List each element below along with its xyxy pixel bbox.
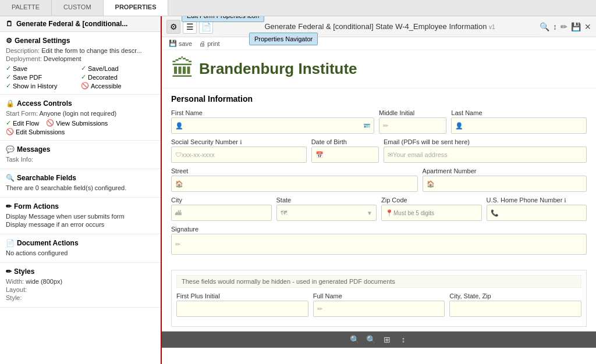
zoom-in-icon[interactable]: 🔍: [349, 335, 360, 344]
access-items: ✓Edit Flow 🚫View Submissions: [6, 119, 155, 127]
edit-form-props-icon[interactable]: ⚙: [166, 20, 180, 34]
city-state-zip-input[interactable]: [449, 301, 581, 317]
check-items-grid: ✓Save ✓Save/Load ✓Save PDF ✓Decorated ✓S…: [6, 65, 155, 90]
description-row: Description: Edit the form to change thi…: [6, 47, 155, 54]
zoom-out-icon[interactable]: 🔍: [365, 335, 377, 344]
signature-field: Signature ✏: [171, 226, 587, 255]
print-button[interactable]: 🖨 print: [199, 40, 219, 47]
phone-info-icon[interactable]: ℹ: [564, 197, 566, 204]
section-title: Personal Information: [171, 94, 587, 104]
phone-field: U.S. Home Phone Number ℹ 📞: [487, 197, 587, 221]
ssn-info-icon[interactable]: ℹ: [240, 139, 242, 145]
zip-label: Zip Code: [381, 197, 482, 204]
logo-text: Brandenburg Institute: [199, 60, 357, 78]
street-field: Street 🏠: [171, 167, 418, 192]
dob-input[interactable]: 📅: [311, 147, 379, 163]
full-name-label: Full Name: [313, 292, 445, 299]
section-styles: ✏ Styles Width: wide (800px) Layout: Sty…: [0, 263, 161, 308]
edit-form-props-label: Edit Form Properties icon: [182, 16, 264, 22]
messages-title: 💬 Messages: [6, 145, 155, 154]
close-icon[interactable]: ✕: [584, 22, 591, 31]
grid-icon[interactable]: ⊞: [381, 335, 393, 344]
street-input[interactable]: 🏠: [171, 176, 418, 192]
edit-icon-mi: ✏: [383, 122, 388, 130]
last-name-label: Last Name: [451, 109, 587, 116]
person-icon-ln: 👤: [455, 122, 463, 130]
first-name-field: First Name 👤 🪪: [171, 109, 374, 134]
apartment-field: Apartment Number 🏠: [423, 167, 587, 192]
ssn-input[interactable]: 🛡 xxx-xx-xxxx: [171, 147, 307, 163]
fit-icon[interactable]: ↕: [398, 335, 409, 344]
zip-input[interactable]: 📍 Must be 5 digits: [381, 205, 482, 221]
person-icon: 👤: [175, 122, 183, 130]
city-label: City: [171, 197, 272, 204]
section-messages: 💬 Messages Task Info:: [0, 141, 161, 169]
toolbar-left: ⚙ ☰ 📄 Edit Form Properties icon Properti…: [166, 20, 220, 34]
start-form-row: Start Form: Anyone (login not required): [6, 110, 155, 117]
check-decorated: ✓Decorated: [81, 73, 155, 81]
first-plus-initial-field: First Plus Initial: [176, 292, 308, 317]
signature-icon: ✏: [175, 241, 180, 248]
form-header: 🏛 Brandenburg Institute: [162, 50, 596, 88]
search-right-icon[interactable]: 🔍: [540, 22, 549, 31]
deployment-row: Deployment: Development: [6, 55, 155, 62]
last-name-input[interactable]: 👤: [451, 117, 587, 134]
check-edit-flow: ✓Edit Flow: [6, 119, 39, 127]
signature-label: Signature: [171, 226, 587, 233]
save-btn-icon: 💾: [169, 40, 177, 47]
doc-icon: 📄: [6, 239, 15, 247]
bottom-toolbar: 🔍 🔍 ⊞ ↕: [162, 331, 596, 348]
state-input[interactable]: 🗺 ▼: [276, 205, 377, 221]
street-label: Street: [171, 167, 418, 174]
first-plus-initial-input[interactable]: [176, 301, 308, 317]
styles-icon: ✏: [6, 267, 12, 276]
apartment-label: Apartment Number: [423, 167, 587, 174]
ssn-label: Social Security Number ℹ: [171, 138, 307, 145]
gear-icon: ⚙: [6, 37, 12, 45]
styles-title: ✏ Styles: [6, 267, 155, 276]
save-button[interactable]: 💾 save: [169, 40, 192, 47]
form-logo: 🏛 Brandenburg Institute: [171, 56, 357, 82]
tab-custom[interactable]: CUSTOM: [52, 0, 103, 16]
check-accessible: 🚫Accessible: [81, 82, 155, 90]
section-searchable-fields: 🔍 Searchable Fields There are 0 searchab…: [0, 169, 161, 198]
logo-columns-icon: 🏛: [171, 56, 194, 82]
full-name-input[interactable]: ✏: [313, 301, 445, 317]
hidden-fields-note: These fields would normally be hidden - …: [176, 275, 581, 288]
searchable-fields-desc: There are 0 searchable field(s) configur…: [6, 184, 155, 191]
tab-palette[interactable]: PALETTE: [0, 0, 52, 16]
phone-input[interactable]: 📞: [487, 205, 587, 221]
sidebar-title: Generate Federal & [conditional...: [16, 20, 127, 28]
edit-icon[interactable]: ✏: [560, 22, 567, 31]
ssn-row: Social Security Number ℹ 🛡 xxx-xx-xxxx D…: [171, 138, 587, 163]
state-field: State 🗺 ▼: [276, 197, 377, 221]
form-action-item-1: Display Message when user submits form: [6, 213, 155, 220]
phone-label: U.S. Home Phone Number ℹ: [487, 197, 587, 204]
middle-initial-label: Middle Initial: [379, 109, 446, 116]
form-action-item-2: Display message if an error occurs: [6, 221, 155, 228]
city-icon: 🏙: [175, 209, 182, 216]
city-input[interactable]: 🏙: [171, 205, 272, 221]
apartment-input[interactable]: 🏠: [423, 176, 587, 192]
edit-icon-fn: ✏: [317, 305, 322, 313]
email-input[interactable]: ✉ Your email address: [384, 147, 587, 163]
lock-icon: 🔒: [6, 99, 15, 108]
ssn-field: Social Security Number ℹ 🛡 xxx-xx-xxxx: [171, 138, 307, 163]
sort-icon[interactable]: ↕: [553, 22, 557, 31]
first-name-label: First Name: [171, 109, 374, 116]
save-icon[interactable]: 💾: [571, 22, 581, 31]
first-name-input[interactable]: 👤 🪪: [171, 117, 374, 134]
dob-label: Date of Birth: [311, 138, 379, 145]
form-area: 💾 save 🖨 print 🏛 Brandenburg Institute P…: [162, 37, 596, 364]
tab-properties[interactable]: PROPERTIES: [104, 0, 169, 16]
searchable-fields-title: 🔍 Searchable Fields: [6, 174, 155, 182]
top-tabs: PALETTE CUSTOM PROPERTIES: [0, 0, 596, 16]
signature-input[interactable]: ✏: [171, 234, 587, 255]
content-toolbar: ⚙ ☰ 📄 Edit Form Properties icon Properti…: [162, 16, 596, 37]
search-icon: 🔍: [6, 174, 15, 182]
dob-field: Date of Birth 📅: [311, 138, 379, 163]
form-actions-title: ✏ Form Actions: [6, 202, 155, 210]
check-edit-submissions: 🚫Edit Submissions: [6, 128, 155, 135]
content-area: ⚙ ☰ 📄 Edit Form Properties icon Properti…: [162, 16, 596, 364]
middle-initial-input[interactable]: ✏: [379, 117, 446, 134]
